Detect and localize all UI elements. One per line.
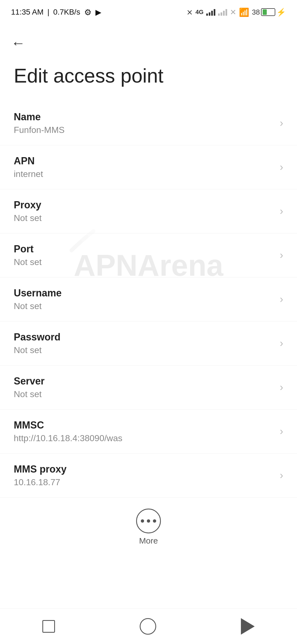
settings-value-password: Not set: [14, 345, 274, 355]
battery-container: 38 ⚡: [252, 8, 286, 17]
settings-label-server: Server: [14, 375, 274, 387]
settings-value-server: Not set: [14, 389, 274, 399]
more-section: More: [0, 498, 297, 554]
settings-item-text-name: Name Funfon-MMS: [14, 111, 274, 135]
chevron-right-mmsc: ›: [280, 425, 283, 437]
speed-display: 0.7KB/s: [53, 8, 80, 17]
settings-value-mmsc: http://10.16.18.4:38090/was: [14, 433, 274, 443]
settings-item-text-proxy: Proxy Not set: [14, 199, 274, 223]
settings-value-name: Funfon-MMS: [14, 125, 274, 135]
back-button[interactable]: ←: [11, 33, 28, 53]
chevron-right-password: ›: [280, 337, 283, 349]
settings-item-text-port: Port Not set: [14, 243, 274, 267]
chevron-right-username: ›: [280, 293, 283, 305]
settings-item-proxy[interactable]: Proxy Not set ›: [0, 189, 297, 233]
nav-back-button[interactable]: [241, 618, 255, 635]
settings-item-mms-proxy[interactable]: MMS proxy 10.16.18.77 ›: [0, 454, 297, 498]
more-circle-icon: [136, 509, 161, 533]
no-signal-icon: ✕: [230, 8, 236, 17]
battery-fill: [263, 9, 267, 15]
chevron-right-port: ›: [280, 249, 283, 261]
settings-label-mmsc: MMSC: [14, 419, 274, 431]
settings-value-apn: internet: [14, 169, 274, 179]
chevron-right-name: ›: [280, 117, 283, 129]
chevron-right-mms-proxy: ›: [280, 470, 283, 481]
content-area: Name Funfon-MMS › APN internet › Proxy N…: [0, 101, 297, 609]
status-bar: 11:35 AM | 0.7KB/s ⚙ ▶ ⨯ 4G ✕ 📶 38 ⚡: [0, 0, 297, 22]
charging-icon: ⚡: [276, 8, 286, 17]
settings-item-mmsc[interactable]: MMSC http://10.16.18.4:38090/was ›: [0, 410, 297, 454]
more-label: More: [139, 536, 158, 545]
settings-label-proxy: Proxy: [14, 199, 274, 211]
settings-item-text-server: Server Not set: [14, 375, 274, 399]
settings-label-port: Port: [14, 243, 274, 255]
dot-3: [153, 519, 156, 523]
settings-item-name[interactable]: Name Funfon-MMS ›: [0, 101, 297, 145]
back-area: ←: [0, 22, 297, 56]
settings-item-port[interactable]: Port Not set ›: [0, 233, 297, 277]
settings-item-apn[interactable]: APN internet ›: [0, 145, 297, 189]
settings-label-username: Username: [14, 287, 274, 299]
camera-icon: ▶: [95, 8, 101, 17]
signal-bars-2: [218, 9, 227, 16]
settings-label-password: Password: [14, 331, 274, 343]
settings-value-port: Not set: [14, 257, 274, 267]
settings-label-name: Name: [14, 111, 274, 123]
bluetooth-icon: ⨯: [186, 8, 193, 17]
settings-item-text-apn: APN internet: [14, 155, 274, 179]
settings-label-apn: APN: [14, 155, 274, 167]
settings-item-text-mms-proxy: MMS proxy 10.16.18.77: [14, 463, 274, 487]
settings-item-text-username: Username Not set: [14, 287, 274, 311]
time-display: 11:35 AM: [11, 8, 43, 17]
network-4g-icon: 4G: [196, 9, 204, 16]
settings-list: Name Funfon-MMS › APN internet › Proxy N…: [0, 101, 297, 498]
back-arrow-icon: ←: [11, 36, 25, 50]
chevron-right-proxy: ›: [280, 205, 283, 217]
separator: |: [47, 8, 49, 17]
chevron-right-apn: ›: [280, 161, 283, 173]
settings-item-server[interactable]: Server Not set ›: [0, 365, 297, 410]
nav-recents-button[interactable]: [42, 620, 55, 633]
more-button[interactable]: More: [136, 509, 161, 545]
nav-bar: [0, 608, 297, 644]
settings-item-text-mmsc: MMSC http://10.16.18.4:38090/was: [14, 419, 274, 443]
settings-value-mms-proxy: 10.16.18.77: [14, 477, 274, 487]
settings-value-proxy: Not set: [14, 213, 274, 223]
nav-home-button[interactable]: [140, 618, 156, 635]
dot-1: [141, 519, 144, 523]
settings-icon: ⚙: [84, 7, 92, 17]
battery-icon: [261, 8, 275, 16]
wifi-icon: 📶: [239, 7, 249, 17]
settings-item-username[interactable]: Username Not set ›: [0, 277, 297, 321]
dot-2: [147, 519, 150, 523]
settings-value-username: Not set: [14, 301, 274, 311]
settings-item-password[interactable]: Password Not set ›: [0, 321, 297, 365]
status-icons-right: ⨯ 4G ✕ 📶 38 ⚡: [186, 7, 286, 17]
status-left: 11:35 AM | 0.7KB/s ⚙ ▶: [11, 7, 101, 17]
settings-label-mms-proxy: MMS proxy: [14, 463, 274, 475]
chevron-right-server: ›: [280, 381, 283, 393]
settings-item-text-password: Password Not set: [14, 331, 274, 355]
page-title: Edit access point: [0, 56, 297, 101]
signal-bars-1: [206, 9, 215, 16]
battery-percent: 38: [252, 8, 260, 17]
